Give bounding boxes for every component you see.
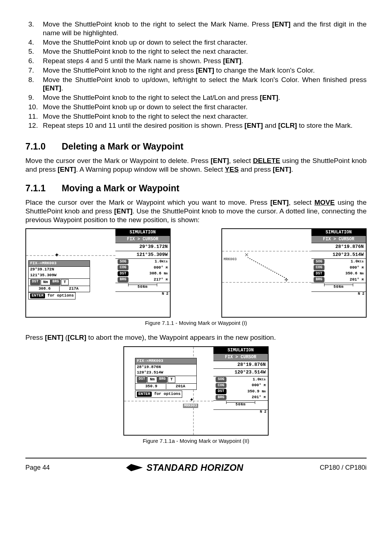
fig-before: ✦ FIX→✕MRK003 29°39.172N 121°35.309W DST… (25, 228, 171, 318)
step-text: Move the ShuttlePoint knob to the right … (43, 20, 367, 37)
step-num: 3. (28, 20, 43, 37)
star-icon: ✦ (189, 395, 194, 404)
crosshair-icon: ✢ (285, 276, 288, 283)
enter-for-options: ENTER for options (28, 292, 75, 299)
fig-after: FIX→✕MRK003 28°19.876N 120°23.514W DSTNm… (123, 346, 269, 436)
para-delete: Move the cursor over the Mark or Waypoin… (25, 156, 367, 174)
fig-caption-1: Figure 7.1.1 - Moving Mark or Waypoint (… (25, 320, 367, 327)
page-footer: Page 44 STANDARD HORIZON CP180 / CP180i (25, 458, 367, 473)
star-icon: ✦ (54, 250, 59, 260)
instruction-list: 3.Move the ShuttlePoint knob to the righ… (28, 20, 367, 130)
fig-moving: ✕ MRK003 ✢ SIMULATION FIX > CURSOR 28°19… (221, 228, 367, 318)
model-number: CP180 / CP180i (320, 464, 367, 472)
svg-line-0 (248, 257, 287, 279)
figure-row-1: ✦ FIX→✕MRK003 29°39.172N 121°35.309W DST… (25, 228, 367, 318)
brand-logo: STANDARD HORIZON (126, 462, 243, 473)
para-press: Press [ENT] ([CLR] to abort the move), t… (25, 333, 367, 342)
heading-7-1-0: 7.1.0Deleting a Mark or Waypoint (25, 141, 367, 152)
figure-row-2: FIX→✕MRK003 28°19.876N 120°23.514W DSTNm… (25, 346, 367, 436)
para-move: Place the cursor over the Mark or Waypoi… (25, 198, 367, 224)
heading-7-1-1: 7.1.1Moving a Mark or Waypoint (25, 183, 367, 194)
swoosh-icon (126, 464, 143, 471)
page-number: Page 44 (25, 464, 50, 472)
fig-caption-2: Figure 7.1.1a - Moving Mark or Waypoint … (25, 438, 367, 445)
